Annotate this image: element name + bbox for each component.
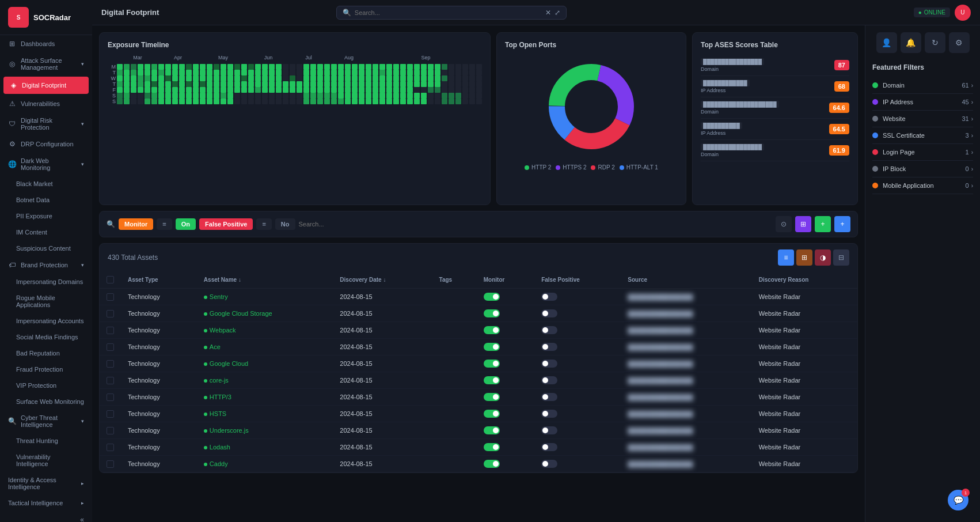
heatmap-cell[interactable] (255, 87, 261, 93)
sidebar-item-bad-reputation[interactable]: Bad Reputation (0, 345, 92, 361)
heatmap-cell[interactable] (290, 64, 295, 70)
monitor-toggle[interactable] (484, 343, 500, 351)
heatmap-cell[interactable] (379, 99, 385, 104)
monitor-toggle[interactable] (484, 426, 500, 434)
false-positive-filter-btn[interactable]: False Positive (199, 218, 253, 230)
heatmap-cell[interactable] (269, 75, 275, 81)
heatmap-cell[interactable] (214, 93, 219, 99)
heatmap-cell[interactable] (324, 99, 330, 104)
heatmap-cell[interactable] (462, 93, 468, 99)
heatmap-cell[interactable] (366, 70, 371, 75)
heatmap-cell[interactable] (234, 64, 240, 70)
heatmap-cell[interactable] (352, 70, 358, 75)
heatmap-cell[interactable] (138, 81, 143, 87)
heatmap-cell[interactable] (214, 99, 219, 104)
sidebar-item-vip[interactable]: VIP Protection (0, 377, 92, 394)
row-checkbox[interactable] (107, 377, 114, 384)
heatmap-cell[interactable] (290, 70, 295, 75)
monitor-toggle[interactable] (484, 309, 500, 317)
heatmap-cell[interactable] (117, 70, 123, 75)
heatmap-cell[interactable] (303, 93, 309, 99)
heatmap-cell[interactable] (476, 99, 482, 104)
heatmap-cell[interactable] (172, 99, 178, 104)
heatmap-cell[interactable] (331, 75, 337, 81)
heatmap-cell[interactable] (455, 70, 461, 75)
heatmap-cell[interactable] (442, 87, 447, 93)
heatmap-cell[interactable] (407, 70, 413, 75)
heatmap-cell[interactable] (393, 87, 399, 93)
heatmap-cell[interactable] (207, 87, 212, 93)
heatmap-cell[interactable] (303, 81, 309, 87)
heatmap-cell[interactable] (442, 99, 447, 104)
heatmap-cell[interactable] (345, 81, 351, 87)
heatmap-cell[interactable] (435, 64, 440, 70)
heatmap-cell[interactable] (151, 93, 157, 99)
heatmap-cell[interactable] (462, 75, 468, 81)
heatmap-cell[interactable] (442, 64, 447, 70)
heatmap-cell[interactable] (221, 99, 226, 104)
heatmap-cell[interactable] (172, 87, 178, 93)
heatmap-cell[interactable] (262, 81, 268, 87)
heatmap-cell[interactable] (324, 87, 330, 93)
heatmap-cell[interactable] (172, 75, 178, 81)
heatmap-cell[interactable] (345, 70, 351, 75)
panel-btn-refresh[interactable]: ↻ (925, 32, 945, 53)
on-filter-btn[interactable]: On (176, 218, 196, 230)
sidebar-item-rogue-mobile[interactable]: Rogue Mobile Applications (0, 290, 92, 313)
heatmap-cell[interactable] (158, 99, 164, 104)
heatmap-cell[interactable] (276, 93, 282, 99)
heatmap-cell[interactable] (255, 99, 261, 104)
sidebar-collapse-btn[interactable]: « (0, 511, 92, 522)
heatmap-cell[interactable] (262, 93, 268, 99)
heatmap-cell[interactable] (345, 75, 351, 81)
heatmap-cell[interactable] (165, 93, 171, 99)
heatmap-cell[interactable] (352, 75, 358, 81)
heatmap-cell[interactable] (373, 64, 378, 70)
sidebar-item-dark-web[interactable]: 🌐 Dark Web Monitoring ▾ (0, 153, 92, 176)
heatmap-cell[interactable] (297, 99, 302, 104)
heatmap-cell[interactable] (248, 75, 254, 81)
filter-add-btn[interactable]: + (815, 216, 831, 232)
heatmap-cell[interactable] (310, 70, 316, 75)
heatmap-cell[interactable] (241, 81, 247, 87)
heatmap-cell[interactable] (442, 75, 447, 81)
heatmap-cell[interactable] (414, 70, 420, 75)
heatmap-cell[interactable] (262, 99, 268, 104)
heatmap-cell[interactable] (227, 64, 233, 70)
row-checkbox[interactable] (107, 394, 114, 401)
heatmap-cell[interactable] (476, 64, 482, 70)
heatmap-cell[interactable] (476, 70, 482, 75)
heatmap-cell[interactable] (297, 93, 302, 99)
heatmap-cell[interactable] (145, 81, 150, 87)
heatmap-cell[interactable] (262, 75, 268, 81)
heatmap-cell[interactable] (179, 93, 185, 99)
heatmap-cell[interactable] (145, 93, 150, 99)
heatmap-cell[interactable] (442, 81, 447, 87)
monitor-toggle[interactable] (484, 443, 500, 451)
heatmap-cell[interactable] (214, 75, 219, 81)
heatmap-cell[interactable] (234, 70, 240, 75)
heatmap-cell[interactable] (255, 70, 261, 75)
heatmap-cell[interactable] (455, 99, 461, 104)
heatmap-cell[interactable] (165, 75, 171, 81)
heatmap-cell[interactable] (221, 70, 226, 75)
heatmap-cell[interactable] (117, 99, 123, 104)
heatmap-cell[interactable] (290, 99, 295, 104)
monitor-toggle[interactable] (484, 410, 500, 418)
heatmap-cell[interactable] (414, 64, 420, 70)
heatmap-cell[interactable] (373, 81, 378, 87)
heatmap-cell[interactable] (476, 75, 482, 81)
heatmap-cell[interactable] (131, 70, 136, 75)
equals2-filter-btn[interactable]: = (256, 218, 271, 230)
heatmap-cell[interactable] (421, 87, 427, 93)
heatmap-cell[interactable] (379, 87, 385, 93)
heatmap-cell[interactable] (469, 70, 475, 75)
heatmap-cell[interactable] (227, 75, 233, 81)
heatmap-cell[interactable] (200, 99, 206, 104)
heatmap-cell[interactable] (352, 64, 358, 70)
row-asset-name[interactable]: HSTS (197, 406, 333, 422)
heatmap-cell[interactable] (317, 81, 323, 87)
false-positive-toggle[interactable] (541, 376, 557, 384)
row-asset-name[interactable]: HTTP/3 (197, 389, 333, 406)
equals-filter-btn[interactable]: = (157, 218, 172, 230)
